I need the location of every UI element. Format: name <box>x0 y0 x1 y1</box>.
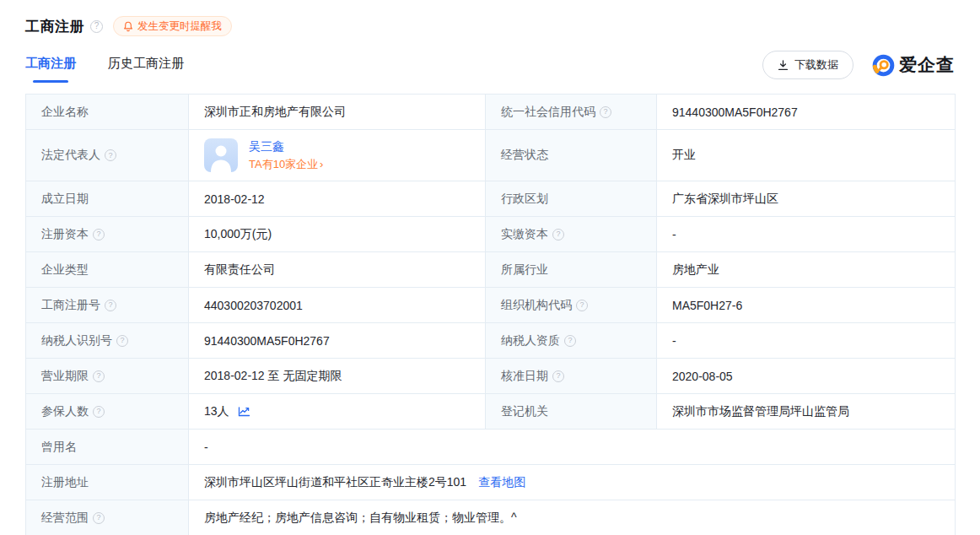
field-label: 经营范围 <box>41 511 89 526</box>
help-icon[interactable]: ? <box>93 406 105 418</box>
credit-code-value: 91440300MA5F0H2767 <box>657 95 956 130</box>
field-label: 注册地址 <box>41 475 89 490</box>
paid-capital-value: - <box>657 217 956 252</box>
download-data-label: 下载数据 <box>794 57 838 73</box>
company-type-value: 有限责任公司 <box>189 252 486 288</box>
org-code-value: MA5F0H27-6 <box>657 288 956 323</box>
former-name-value: - <box>189 430 956 465</box>
help-icon[interactable]: ? <box>93 229 105 240</box>
field-label: 参保人数 <box>41 404 89 419</box>
header: 工商注册 ? 发生变更时提醒我 <box>25 0 955 36</box>
trend-chart-icon[interactable] <box>238 406 250 417</box>
help-icon[interactable]: ? <box>576 300 588 311</box>
legal-rep-name-link[interactable]: 吴三鑫 <box>249 139 323 154</box>
help-icon[interactable]: ? <box>90 20 103 33</box>
field-label: 实缴资本 <box>501 227 548 242</box>
field-label: 行政区划 <box>501 192 548 207</box>
table-row: 成立日期 2018-02-12 行政区划 广东省深圳市坪山区 <box>26 181 956 217</box>
help-icon[interactable]: ? <box>552 229 564 240</box>
status-value: 开业 <box>657 130 956 181</box>
field-label: 企业名称 <box>41 105 89 120</box>
table-row: 纳税人识别号? 91440300MA5F0H2767 纳税人资质? - <box>26 323 956 359</box>
table-row: 注册地址 深圳市坪山区坪山街道和平社区正奇业主楼2号101查看地图 <box>26 465 956 500</box>
table-row: 经营范围? 房地产经纪；房地产信息咨询；自有物业租赁；物业管理。^ <box>26 500 956 535</box>
field-label: 统一社会信用代码 <box>501 105 595 120</box>
company-name-value: 深圳市正和房地产有限公司 <box>189 95 486 130</box>
table-row: 注册资本? 10,000万(元) 实缴资本? - <box>26 217 956 252</box>
help-icon[interactable]: ? <box>93 512 105 524</box>
field-label: 纳税人识别号 <box>41 333 112 349</box>
established-value: 2018-02-12 <box>189 181 486 217</box>
address-value: 深圳市坪山区坪山街道和平社区正奇业主楼2号101 <box>204 475 466 489</box>
tab-history-registration[interactable]: 历史工商注册 <box>108 56 184 83</box>
field-label: 营业期限 <box>41 369 89 384</box>
approval-date-value: 2020-08-05 <box>657 359 956 394</box>
field-label: 注册资本 <box>41 227 89 242</box>
table-row: 曾用名 - <box>26 430 956 465</box>
field-label: 法定代表人 <box>41 148 100 163</box>
tab-bar: 工商注册 历史工商注册 下载数据 <box>25 51 955 83</box>
view-map-link[interactable]: 查看地图 <box>478 475 525 489</box>
division-value: 广东省深圳市坪山区 <box>657 181 956 217</box>
help-icon[interactable]: ? <box>93 370 105 382</box>
chevron-right-icon: › <box>320 159 323 170</box>
reg-capital-value: 10,000万(元) <box>189 217 486 252</box>
tab-bar-actions: 下载数据 爱企查 <box>762 51 955 83</box>
business-scope-value: 房地产经纪；房地产信息咨询；自有物业租赁；物业管理。^ <box>189 500 956 535</box>
field-label: 成立日期 <box>41 192 89 207</box>
legal-rep-companies-link[interactable]: TA有10家企业 › <box>249 157 323 172</box>
field-label: 经营状态 <box>501 148 548 163</box>
help-icon[interactable]: ? <box>552 370 564 382</box>
table-row: 企业名称 深圳市正和房地产有限公司 统一社会信用代码? 91440300MA5F… <box>26 95 956 130</box>
help-icon[interactable]: ? <box>105 149 116 161</box>
table-row: 法定代表人? 吴三鑫 TA有10家企业 › <box>26 130 956 181</box>
business-term-value: 2018-02-12 至 无固定期限 <box>189 359 486 394</box>
field-label: 企业类型 <box>41 262 89 278</box>
download-icon <box>778 60 789 71</box>
change-reminder-button[interactable]: 发生变更时提醒我 <box>113 16 232 36</box>
field-label: 核准日期 <box>501 369 548 384</box>
help-icon[interactable]: ? <box>116 335 128 347</box>
help-icon[interactable]: ? <box>600 106 611 118</box>
field-label: 登记机关 <box>501 404 548 419</box>
change-reminder-label: 发生变更时提醒我 <box>137 19 222 34</box>
field-label: 工商注册号 <box>41 298 100 313</box>
taxpayer-qualification-value: - <box>657 323 956 359</box>
bell-icon <box>123 21 133 32</box>
registration-table: 企业名称 深圳市正和房地产有限公司 统一社会信用代码? 91440300MA5F… <box>25 94 956 535</box>
help-icon[interactable]: ? <box>564 335 576 347</box>
insured-count-value: 13人 <box>204 404 229 419</box>
reg-number-value: 440300203702001 <box>189 288 486 323</box>
authority-value: 深圳市市场监督管理局坪山监管局 <box>657 394 956 430</box>
table-row: 工商注册号? 440300203702001 组织机构代码? MA5F0H27-… <box>26 288 956 323</box>
table-row: 营业期限? 2018-02-12 至 无固定期限 核准日期? 2020-08-0… <box>26 359 956 394</box>
table-row: 参保人数? 13人 登记机关 深圳市市场监督管理局坪山监管局 <box>26 394 956 430</box>
download-data-button[interactable]: 下载数据 <box>762 51 853 79</box>
table-row: 企业类型 有限责任公司 所属行业 房地产业 <box>26 252 956 288</box>
field-label: 曾用名 <box>41 440 77 455</box>
aiqicha-logo-icon <box>872 54 895 77</box>
aiqicha-logo[interactable]: 爱企查 <box>872 53 955 77</box>
help-icon[interactable]: ? <box>105 300 116 311</box>
aiqicha-logo-text: 爱企查 <box>899 53 955 77</box>
field-label: 组织机构代码 <box>501 298 572 313</box>
page-title: 工商注册 <box>25 17 84 36</box>
field-label: 所属行业 <box>501 262 548 278</box>
tab-business-registration[interactable]: 工商注册 <box>25 56 76 83</box>
business-registration-panel: 工商注册 ? 发生变更时提醒我 工商注册 历史工商注册 <box>0 0 980 535</box>
legal-rep-avatar[interactable] <box>204 138 238 172</box>
field-label: 纳税人资质 <box>501 333 560 349</box>
taxpayer-id-value: 91440300MA5F0H2767 <box>189 323 486 359</box>
industry-value: 房地产业 <box>657 252 956 288</box>
